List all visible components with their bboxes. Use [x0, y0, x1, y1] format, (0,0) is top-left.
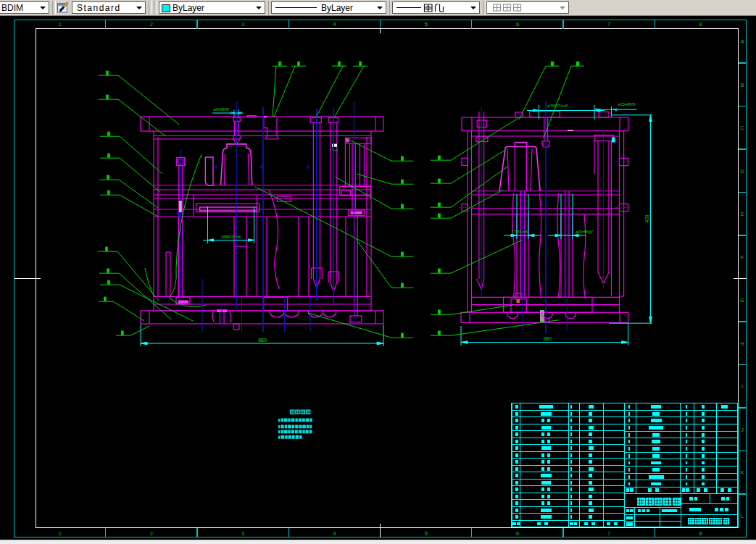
svg-text:400: 400 — [644, 214, 649, 222]
svg-text:2: 2 — [150, 531, 153, 536]
svg-text:8: 8 — [699, 22, 702, 27]
svg-text:C: C — [740, 125, 744, 130]
svg-text:880: 880 — [258, 338, 267, 343]
svg-text:5: 5 — [425, 531, 428, 536]
svg-text:H: H — [740, 341, 744, 346]
svg-text:E: E — [741, 212, 744, 217]
svg-text:2: 2 — [150, 22, 153, 27]
svg-text:L: L — [741, 514, 744, 519]
svg-text:G: G — [740, 298, 744, 303]
svg-text:7: 7 — [607, 531, 610, 536]
svg-text:J: J — [741, 427, 744, 432]
svg-text:168H7/m6: 168H7/m6 — [221, 235, 241, 239]
svg-text:F: F — [741, 255, 744, 260]
svg-text:1: 1 — [59, 531, 62, 536]
svg-text:4: 4 — [333, 531, 336, 536]
svg-text:B: B — [741, 83, 744, 88]
svg-text:8: 8 — [699, 531, 702, 536]
svg-text:ø6H8/f8: ø6H8/f8 — [213, 107, 229, 112]
svg-text:380: 380 — [543, 336, 552, 341]
svg-text:ø70H7/m6: ø70H7/m6 — [547, 104, 568, 108]
svg-text:I: I — [742, 384, 743, 389]
svg-text:3: 3 — [241, 22, 244, 27]
svg-text:77H7/m6: 77H7/m6 — [512, 230, 528, 234]
svg-text:ø20H8/g7: ø20H8/g7 — [576, 230, 593, 234]
svg-text:ø15H8/f8: ø15H8/f8 — [618, 102, 635, 106]
svg-text:6: 6 — [516, 531, 519, 536]
svg-text:5: 5 — [425, 22, 428, 27]
svg-text:3: 3 — [241, 531, 244, 536]
svg-text:K: K — [741, 470, 744, 475]
svg-text:1: 1 — [59, 22, 62, 27]
svg-text:A: A — [741, 39, 744, 44]
svg-text:4: 4 — [333, 22, 336, 27]
svg-text:6: 6 — [516, 22, 519, 27]
svg-text:7: 7 — [607, 22, 610, 27]
svg-text:D: D — [740, 169, 744, 174]
